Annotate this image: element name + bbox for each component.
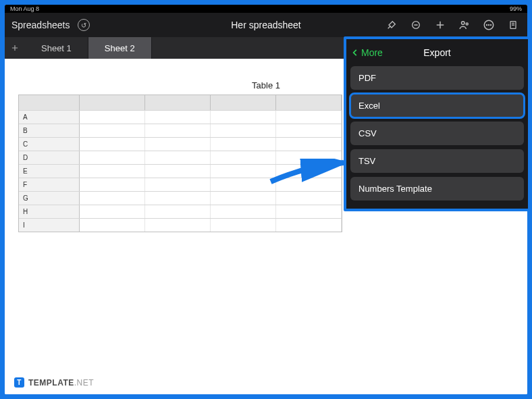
- cell[interactable]: [145, 151, 211, 164]
- option-label: PDF: [358, 73, 376, 83]
- column-header[interactable]: [211, 95, 276, 110]
- status-right: 99%: [510, 5, 522, 12]
- table-row[interactable]: C: [19, 137, 342, 151]
- more-icon[interactable]: [481, 18, 496, 32]
- cell[interactable]: [145, 192, 211, 205]
- svg-point-4: [487, 25, 487, 26]
- undo-icon: ↺: [78, 19, 90, 31]
- column-header[interactable]: [276, 95, 342, 110]
- cell[interactable]: [276, 165, 342, 178]
- cell[interactable]: [211, 205, 276, 218]
- row-header[interactable]: G: [19, 192, 80, 205]
- export-popover: More Export PDF Excel CSV TSV Numbers Te…: [344, 36, 531, 211]
- cell[interactable]: [145, 111, 211, 124]
- add-sheet-button[interactable]: [5, 37, 25, 59]
- table-row[interactable]: G: [19, 191, 342, 205]
- cell[interactable]: [211, 124, 276, 137]
- cell[interactable]: [276, 219, 342, 232]
- cell[interactable]: [80, 178, 145, 191]
- option-label: TSV: [358, 156, 375, 166]
- cell[interactable]: [211, 219, 276, 232]
- row-header[interactable]: F: [19, 178, 80, 191]
- cell[interactable]: [80, 151, 145, 164]
- column-header[interactable]: [145, 95, 211, 110]
- watermark-brand: TEMPLATE: [28, 378, 74, 388]
- cell[interactable]: [211, 151, 276, 164]
- column-header-row: [19, 95, 342, 110]
- status-left: Mon Aug 8: [10, 5, 39, 12]
- cell[interactable]: [276, 138, 342, 151]
- document-icon[interactable]: [506, 18, 521, 32]
- cell[interactable]: [145, 165, 211, 178]
- svg-point-6: [491, 25, 491, 26]
- cell[interactable]: [276, 205, 342, 218]
- table-row[interactable]: B: [19, 124, 342, 137]
- cell[interactable]: [211, 178, 276, 191]
- cell[interactable]: [211, 111, 276, 124]
- spreadsheet-grid[interactable]: A B C D E F G H I: [18, 95, 342, 232]
- watermark-logo-icon: T: [14, 377, 24, 388]
- cell[interactable]: [80, 219, 145, 232]
- undo-button[interactable]: ↺: [76, 18, 91, 32]
- cell[interactable]: [80, 111, 145, 124]
- cell[interactable]: [80, 138, 145, 151]
- back-to-spreadsheets[interactable]: Spreadsheets: [11, 20, 70, 30]
- cell[interactable]: [276, 124, 342, 137]
- row-header[interactable]: E: [19, 165, 80, 178]
- add-icon[interactable]: [433, 18, 448, 32]
- cell[interactable]: [211, 138, 276, 151]
- svg-point-2: [466, 23, 468, 25]
- table-row[interactable]: H: [19, 205, 342, 218]
- popover-back-button[interactable]: More: [350, 47, 383, 58]
- table-row[interactable]: F: [19, 178, 342, 191]
- table-row[interactable]: D: [19, 151, 342, 164]
- option-label: CSV: [358, 128, 377, 138]
- cell[interactable]: [80, 205, 145, 218]
- cell[interactable]: [211, 165, 276, 178]
- chevron-left-icon: [350, 48, 360, 57]
- cell[interactable]: [145, 205, 211, 218]
- export-option-pdf[interactable]: PDF: [350, 66, 524, 90]
- cell[interactable]: [276, 192, 342, 205]
- watermark-suffix: .NET: [74, 378, 94, 388]
- export-option-tsv[interactable]: TSV: [350, 149, 524, 173]
- export-option-numbers-template[interactable]: Numbers Template: [350, 177, 524, 201]
- brush-icon[interactable]: [384, 18, 399, 32]
- cell[interactable]: [211, 192, 276, 205]
- cell[interactable]: [145, 138, 211, 151]
- svg-point-5: [489, 25, 489, 26]
- document-title[interactable]: Her spreadsheet: [231, 20, 301, 30]
- option-label: Excel: [358, 101, 380, 111]
- table-row[interactable]: E: [19, 164, 342, 178]
- sheet-tab-1[interactable]: Sheet 1: [25, 37, 88, 59]
- cell[interactable]: [145, 178, 211, 191]
- cell[interactable]: [276, 178, 342, 191]
- cell[interactable]: [80, 124, 145, 137]
- cell[interactable]: [80, 192, 145, 205]
- filter-icon[interactable]: [408, 18, 423, 32]
- row-header[interactable]: I: [19, 219, 80, 232]
- popover-back-label: More: [361, 47, 383, 58]
- row-header[interactable]: A: [19, 111, 80, 124]
- table-row[interactable]: A: [19, 110, 342, 124]
- cell[interactable]: [276, 111, 342, 124]
- row-header[interactable]: H: [19, 205, 80, 218]
- cell[interactable]: [145, 219, 211, 232]
- tab-label: Sheet 2: [105, 43, 135, 53]
- cell[interactable]: [276, 151, 342, 164]
- column-header[interactable]: [80, 95, 145, 110]
- table-row[interactable]: I: [19, 218, 342, 232]
- grid-corner[interactable]: [19, 95, 80, 110]
- row-header[interactable]: C: [19, 138, 80, 151]
- watermark: T TEMPLATE.NET: [14, 377, 94, 388]
- cell[interactable]: [145, 124, 211, 137]
- collaborate-icon[interactable]: [457, 18, 472, 32]
- export-option-excel[interactable]: Excel: [350, 94, 524, 117]
- row-header[interactable]: B: [19, 124, 80, 137]
- row-header[interactable]: D: [19, 151, 80, 164]
- status-bar: Mon Aug 8 99%: [5, 5, 527, 13]
- export-option-csv[interactable]: CSV: [350, 122, 524, 145]
- cell[interactable]: [80, 165, 145, 178]
- sheet-tab-2[interactable]: Sheet 2: [88, 37, 152, 59]
- main-toolbar: Spreadsheets ↺ Her spreadsheet: [5, 13, 527, 37]
